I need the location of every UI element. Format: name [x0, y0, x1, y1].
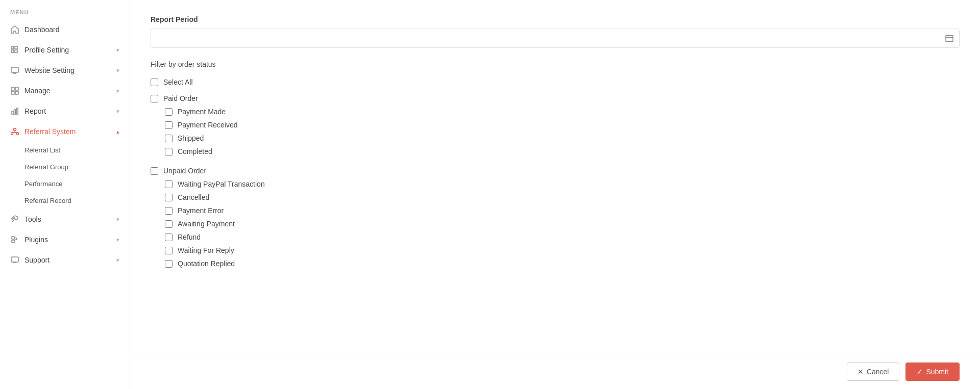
waiting-for-reply-checkbox[interactable] — [165, 247, 173, 254]
subitem-label: Performance — [24, 180, 62, 188]
svg-rect-11 — [16, 108, 18, 114]
svg-rect-7 — [11, 91, 14, 94]
paid-order-label[interactable]: Paid Order — [163, 94, 198, 102]
svg-rect-1 — [11, 50, 14, 53]
sidebar-item-label: Support — [24, 256, 111, 264]
cancelled-checkbox[interactable] — [165, 194, 173, 201]
unpaid-order-checkbox-item[interactable]: Unpaid Order — [151, 164, 960, 177]
filter-label: Filter by order status — [151, 60, 960, 68]
waiting-paypal-checkbox-item[interactable]: Waiting PayPal Transaction — [165, 177, 960, 191]
waiting-paypal-label[interactable]: Waiting PayPal Transaction — [178, 180, 265, 188]
svg-rect-16 — [12, 240, 14, 243]
completed-checkbox-item[interactable]: Completed — [165, 145, 960, 158]
sidebar-item-report[interactable]: Report ▾ — [0, 101, 130, 121]
sidebar-subitem-referral-record[interactable]: Referral Record — [0, 192, 130, 209]
subitem-label: Referral Record — [24, 197, 71, 204]
paid-order-checkbox-item[interactable]: Paid Order — [151, 92, 960, 105]
payment-received-label[interactable]: Payment Received — [178, 121, 238, 129]
quotation-replied-checkbox[interactable] — [165, 260, 173, 268]
completed-checkbox[interactable] — [165, 148, 173, 155]
shipped-checkbox-item[interactable]: Shipped — [165, 132, 960, 145]
svg-rect-10 — [14, 110, 16, 114]
payment-made-checkbox-item[interactable]: Payment Made — [165, 105, 960, 118]
sidebar-item-profile-setting[interactable]: Profile Setting ▾ — [0, 40, 130, 60]
payment-error-label[interactable]: Payment Error — [178, 206, 224, 215]
sidebar-item-manage[interactable]: Manage ▾ — [0, 81, 130, 101]
cancelled-label[interactable]: Cancelled — [178, 193, 209, 201]
chart-icon — [10, 107, 19, 116]
footer-bar: ✕ Cancel ✓ Submit — [130, 354, 980, 389]
sidebar-item-label: Tools — [24, 215, 111, 223]
svg-rect-4 — [11, 67, 18, 72]
sidebar-subitem-referral-list[interactable]: Referral List — [0, 142, 130, 159]
payment-error-checkbox-item[interactable]: Payment Error — [165, 204, 960, 217]
grid-icon — [10, 86, 19, 95]
payment-received-checkbox-item[interactable]: Payment Received — [165, 118, 960, 132]
paid-order-checkbox[interactable] — [151, 95, 158, 102]
payment-error-checkbox[interactable] — [165, 207, 173, 215]
sidebar-item-dashboard[interactable]: Dashboard — [0, 19, 130, 40]
shipped-checkbox[interactable] — [165, 135, 173, 142]
sidebar-item-label: Dashboard — [24, 25, 119, 34]
waiting-for-reply-label[interactable]: Waiting For Reply — [178, 246, 234, 254]
chevron-down-icon: ▾ — [116, 257, 119, 264]
awaiting-payment-label[interactable]: Awaiting Payment — [178, 220, 235, 228]
submit-button[interactable]: ✓ Submit — [905, 362, 960, 381]
awaiting-payment-checkbox[interactable] — [165, 220, 173, 228]
sidebar: MENU Dashboard Profile Setting ▾ — [0, 0, 130, 389]
unpaid-order-checkbox[interactable] — [151, 167, 158, 175]
awaiting-payment-checkbox-item[interactable]: Awaiting Payment — [165, 217, 960, 230]
chevron-down-icon: ▾ — [116, 47, 119, 54]
sidebar-subitem-performance[interactable]: Performance — [0, 175, 130, 192]
sidebar-item-plugins[interactable]: Plugins ▾ — [0, 229, 130, 250]
svg-point-12 — [14, 128, 16, 131]
subitem-label: Referral Group — [24, 163, 68, 171]
paid-order-subitems: Payment Made Payment Received Shipped Co… — [151, 105, 960, 158]
chevron-down-icon: ▾ — [116, 88, 119, 94]
payment-received-checkbox[interactable] — [165, 121, 173, 129]
refund-checkbox-item[interactable]: Refund — [165, 230, 960, 244]
subitem-label: Referral List — [24, 146, 60, 154]
content-area: Report Period Filter by order status Sel… — [130, 0, 980, 354]
select-all-checkbox[interactable] — [151, 79, 158, 86]
refund-checkbox[interactable] — [165, 234, 173, 241]
cancel-button[interactable]: ✕ Cancel — [847, 362, 900, 381]
sidebar-item-website-setting[interactable]: Website Setting ▾ — [0, 60, 130, 81]
sidebar-item-label: Plugins — [24, 236, 111, 244]
sidebar-item-tools[interactable]: Tools ▾ — [0, 209, 130, 229]
payment-made-label[interactable]: Payment Made — [178, 108, 226, 116]
chevron-up-icon: ▴ — [116, 128, 119, 135]
shipped-label[interactable]: Shipped — [178, 134, 204, 142]
sidebar-subitem-referral-group[interactable]: Referral Group — [0, 159, 130, 175]
payment-made-checkbox[interactable] — [165, 108, 173, 116]
check-icon: ✓ — [917, 368, 923, 376]
select-all-label[interactable]: Select All — [163, 78, 193, 86]
chevron-down-icon: ▾ — [116, 67, 119, 74]
quotation-replied-label[interactable]: Quotation Replied — [178, 260, 235, 268]
sidebar-item-label: Referral System — [24, 127, 111, 136]
sidebar-item-label: Profile Setting — [24, 46, 111, 54]
sidebar-item-support[interactable]: Support ▾ — [0, 250, 130, 270]
referral-icon — [10, 127, 19, 136]
sidebar-item-referral-system[interactable]: Referral System ▴ — [0, 121, 130, 142]
waiting-for-reply-checkbox-item[interactable]: Waiting For Reply — [165, 244, 960, 257]
unpaid-order-subitems: Waiting PayPal Transaction Cancelled Pay… — [151, 177, 960, 270]
cancel-icon: ✕ — [857, 368, 864, 376]
cancelled-checkbox-item[interactable]: Cancelled — [165, 191, 960, 204]
svg-rect-8 — [15, 91, 18, 94]
select-all-checkbox-item[interactable]: Select All — [151, 75, 960, 89]
svg-rect-6 — [15, 87, 18, 90]
svg-rect-5 — [11, 87, 14, 90]
cancel-label: Cancel — [867, 368, 889, 376]
menu-label: MENU — [0, 0, 130, 19]
date-input[interactable] — [151, 29, 960, 48]
unpaid-order-label[interactable]: Unpaid Order — [163, 167, 206, 175]
quotation-replied-checkbox-item[interactable]: Quotation Replied — [165, 257, 960, 270]
support-icon — [10, 255, 19, 265]
completed-label[interactable]: Completed — [178, 147, 212, 155]
waiting-paypal-checkbox[interactable] — [165, 180, 173, 188]
refund-label[interactable]: Refund — [178, 233, 201, 241]
main-content: Report Period Filter by order status Sel… — [130, 0, 980, 389]
submit-label: Submit — [926, 368, 948, 376]
date-input-wrapper — [151, 29, 960, 48]
